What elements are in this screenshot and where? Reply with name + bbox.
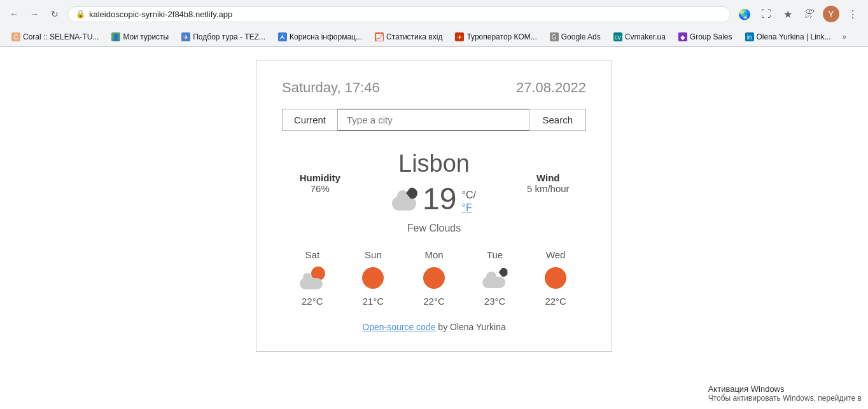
humidity-label: Humidity [282, 172, 358, 183]
reload-button[interactable]: ↻ [47, 6, 62, 22]
bookmark-stats[interactable]: 📈 Статистика вхід [370, 31, 447, 43]
mon-temp: 22°C [423, 296, 445, 307]
bookmark-group-sales-icon: ◆ [678, 32, 687, 41]
csm-cloud [482, 277, 505, 288]
profile-avatar: Y [823, 6, 839, 22]
browser-chrome: ← → ↻ 🔒 kaleidoscopic-syrniki-2f84b8.net… [0, 0, 868, 47]
bookmark-google-ads[interactable]: G Google Ads [545, 31, 606, 43]
main-weather-icon [392, 186, 417, 212]
forecast-day-sun: Sun 21°C [360, 249, 386, 307]
date-display: 27.08.2022 [516, 80, 586, 96]
cloud-small-moon-icon [482, 268, 508, 288]
forecast-day-sat: Sat 22°C [300, 249, 325, 307]
current-location-button[interactable]: Current [282, 109, 338, 131]
humidity-value: 76% [282, 183, 358, 194]
bookmarks-bar: C Coral :: SELENA-TU... 👤 Мои туристы ✈ … [0, 28, 868, 46]
extensions-button[interactable]: ⛈ [801, 5, 818, 23]
tue-temp: 23°C [484, 296, 506, 307]
windows-activation-subtitle: Чтобы активировать Windows, перейдите в [708, 394, 862, 403]
bookmark-tez[interactable]: ✈ Подбор тура - TEZ... [176, 31, 270, 43]
cs-cloud [300, 278, 323, 289]
forecast-day-mon: Mon 22°C [421, 249, 447, 307]
bookmark-cvmaker-icon: cv [613, 32, 622, 41]
bookmark-stats-label: Статистика вхід [386, 32, 442, 41]
bookmark-coral[interactable]: C Coral :: SELENA-TU... [6, 31, 104, 43]
card-header: Saturday, 17:46 27.08.2022 [282, 80, 586, 96]
weather-card: Saturday, 17:46 27.08.2022 Current Searc… [256, 60, 612, 352]
back-button[interactable]: ← [6, 6, 22, 22]
wed-temp: 22°C [545, 296, 566, 307]
bookmark-tez-icon: ✈ [181, 32, 190, 41]
bookmark-kom-icon: ✈ [455, 32, 464, 41]
url-text: kaleidoscopic-syrniki-2f84b8.netlify.app [89, 10, 232, 19]
day-wed-label: Wed [546, 249, 566, 260]
csm-moon [499, 268, 508, 277]
temp-row: 19 °C/ °F [392, 181, 476, 216]
browser-actions: 🌏 ⛶ ★ ⛈ Y ⋮ [736, 5, 862, 23]
card-footer: Open-source code by Olena Yurkina [282, 322, 586, 332]
bookmark-google-ads-label: Google Ads [561, 32, 601, 41]
bookmarks-more-button[interactable]: » [839, 31, 851, 43]
bookmark-group-sales[interactable]: ◆ Group Sales [673, 31, 738, 43]
bookmark-coral-label: Coral :: SELENA-TU... [23, 32, 99, 41]
bookmark-google-ads-icon: G [550, 32, 559, 41]
bookmark-button[interactable]: ★ [779, 5, 797, 23]
bookmark-tourists[interactable]: 👤 Мои туристы [106, 31, 174, 43]
forward-button[interactable]: → [27, 6, 42, 22]
sun-temp: 21°C [363, 296, 384, 307]
windows-activation: Активация Windows Чтобы активировать Win… [708, 384, 862, 403]
bookmark-kom-label: Туроператор КОМ... [466, 32, 536, 41]
wind-label: Wind [510, 172, 587, 183]
forecast-day-wed: Wed 22°C [543, 249, 568, 307]
tue-icon [482, 265, 508, 291]
address-bar[interactable]: 🔒 kaleidoscopic-syrniki-2f84b8.netlify.a… [67, 6, 731, 22]
browser-nav: ← → ↻ 🔒 kaleidoscopic-syrniki-2f84b8.net… [0, 0, 868, 28]
bookmark-linkedin[interactable]: in Olena Yurkina | Link... [740, 31, 836, 43]
bookmark-kom[interactable]: ✈ Туроператор КОМ... [450, 31, 542, 43]
humidity-section: Humidity 76% [282, 172, 358, 194]
wed-icon [543, 265, 568, 291]
search-button[interactable]: Search [529, 109, 586, 131]
bookmark-cvmaker-label: Cvmaker.ua [625, 32, 666, 41]
bookmark-coral-icon: C [11, 32, 20, 41]
profile-button[interactable]: Y [822, 5, 840, 23]
day-sat-label: Sat [305, 249, 320, 260]
day-mon-label: Mon [424, 249, 443, 260]
translate-button[interactable]: 🌏 [736, 5, 753, 23]
temp-units: °C/ °F [461, 190, 475, 214]
bookmark-info-icon: 🟀 [278, 32, 287, 41]
datetime-display: Saturday, 17:46 [282, 80, 380, 96]
bookmark-linkedin-icon: in [745, 32, 754, 41]
mon-icon [421, 265, 447, 291]
city-name: Lisbon [398, 150, 470, 177]
sat-temp: 22°C [302, 296, 323, 307]
bookmark-linkedin-label: Olena Yurkina | Link... [757, 32, 831, 41]
screenshot-button[interactable]: ⛶ [757, 5, 775, 23]
lock-icon: 🔒 [76, 10, 85, 18]
open-source-link[interactable]: Open-source code [362, 322, 435, 332]
weather-main: Humidity 76% Lisbon 19 °C/ °F [282, 150, 586, 216]
fahrenheit-unit[interactable]: °F [461, 202, 472, 214]
bookmark-info[interactable]: 🟀 Корисна інформац... [273, 31, 367, 43]
bookmark-tourists-icon: 👤 [111, 32, 120, 41]
city-input[interactable] [338, 109, 529, 131]
cloud-moon-icon [392, 188, 417, 211]
bookmark-info-label: Корисна інформац... [290, 32, 362, 41]
menu-button[interactable]: ⋮ [844, 5, 862, 23]
wind-value: 5 km/hour [510, 183, 587, 194]
cloud-sun-icon [300, 267, 325, 289]
mon-sun-circle-icon [423, 267, 445, 289]
day-sun-label: Sun [365, 249, 382, 260]
sat-icon [300, 265, 325, 291]
wed-sun-circle-icon [545, 267, 566, 289]
bookmark-cvmaker[interactable]: cv Cvmaker.ua [608, 31, 671, 43]
footer-suffix: by Olena Yurkina [435, 322, 505, 332]
weather-description: Few Clouds [282, 223, 586, 234]
forecast-row: Sat 22°C Sun 21°C Mon [282, 249, 586, 307]
forecast-day-tue: Tue 23°C [482, 249, 508, 307]
temperature-display: 19 [423, 181, 456, 216]
sun-icon [360, 265, 386, 291]
search-row: Current Search [282, 109, 586, 131]
celsius-unit: °C/ [461, 190, 475, 201]
weather-center: Lisbon 19 °C/ °F [358, 150, 510, 216]
